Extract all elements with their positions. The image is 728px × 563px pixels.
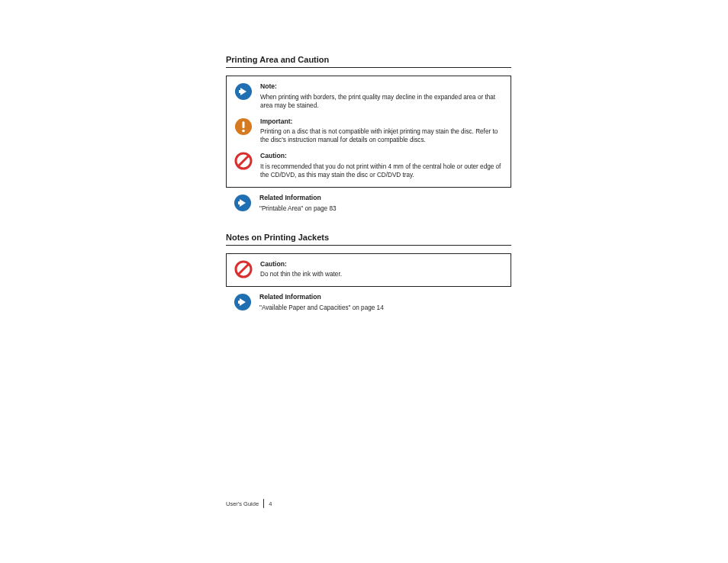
svg-point-4 xyxy=(242,129,245,132)
important-head: Important: xyxy=(260,117,503,127)
svg-rect-12 xyxy=(238,301,241,304)
caution-head-b: Caution: xyxy=(260,260,503,269)
important-body: Important: Printing on a disc that is no… xyxy=(260,117,503,145)
footer-right: 4 xyxy=(269,500,272,507)
prohibited-icon xyxy=(234,152,253,170)
section-title-a: Printing Area and Caution xyxy=(226,55,511,68)
arrow-right-circle-icon xyxy=(234,293,252,311)
caution-body-b: Caution: Do not thin the ink with water. xyxy=(260,260,503,279)
svg-line-6 xyxy=(239,156,249,166)
caution-head-a: Caution: xyxy=(260,152,503,161)
note-item: Note: When printing with borders, the pr… xyxy=(234,82,503,110)
caution-body-a: Caution: It is recommended that you do n… xyxy=(260,152,503,179)
caution-item-a: Caution: It is recommended that you do n… xyxy=(234,152,503,179)
page-footer: User's Guide 4 xyxy=(226,499,511,508)
callout-box-a: Note: When printing with borders, the pr… xyxy=(226,76,511,188)
footer-left: User's Guide xyxy=(226,500,259,507)
document-page: Printing Area and Caution Note: When pri… xyxy=(0,0,728,563)
related-items-a: "Printable Area" on page 83 xyxy=(259,204,511,213)
exclamation-circle-icon xyxy=(234,117,253,136)
arrow-right-circle-icon xyxy=(234,194,252,212)
caution-text-a: It is recommended that you do not print … xyxy=(260,162,503,179)
related-head-b: Related Information xyxy=(259,293,511,302)
note-text: When printing with borders, the print qu… xyxy=(260,93,503,110)
svg-rect-8 xyxy=(238,201,241,204)
related-b: Related Information "Available Paper and… xyxy=(234,293,511,312)
important-item: Important: Printing on a disc that is no… xyxy=(234,117,503,145)
related-head-a: Related Information xyxy=(259,194,511,203)
caution-item-b: Caution: Do not thin the ink with water. xyxy=(234,260,503,279)
arrow-right-circle-icon xyxy=(234,82,253,101)
caution-text-b: Do not thin the ink with water. xyxy=(260,270,503,278)
footer-divider xyxy=(263,499,264,508)
section-title-b: Notes on Printing Jackets xyxy=(226,233,511,246)
related-a: Related Information "Printable Area" on … xyxy=(234,194,511,213)
svg-rect-1 xyxy=(239,90,242,93)
related-body-a: Related Information "Printable Area" on … xyxy=(259,194,511,213)
callout-box-b: Caution: Do not thin the ink with water. xyxy=(226,253,511,288)
content-column: Printing Area and Caution Note: When pri… xyxy=(226,55,511,332)
svg-line-10 xyxy=(239,264,249,274)
svg-rect-3 xyxy=(243,121,245,128)
note-head: Note: xyxy=(260,82,503,92)
prohibited-icon xyxy=(234,260,253,278)
footer-line: User's Guide 4 xyxy=(226,499,511,508)
section-b: Notes on Printing Jackets Caution: Do no… xyxy=(226,233,511,312)
related-body-b: Related Information "Available Paper and… xyxy=(259,293,511,312)
note-body: Note: When printing with borders, the pr… xyxy=(260,82,503,110)
important-text: Printing on a disc that is not compatibl… xyxy=(260,127,503,144)
related-items-b: "Available Paper and Capacities" on page… xyxy=(259,304,511,312)
